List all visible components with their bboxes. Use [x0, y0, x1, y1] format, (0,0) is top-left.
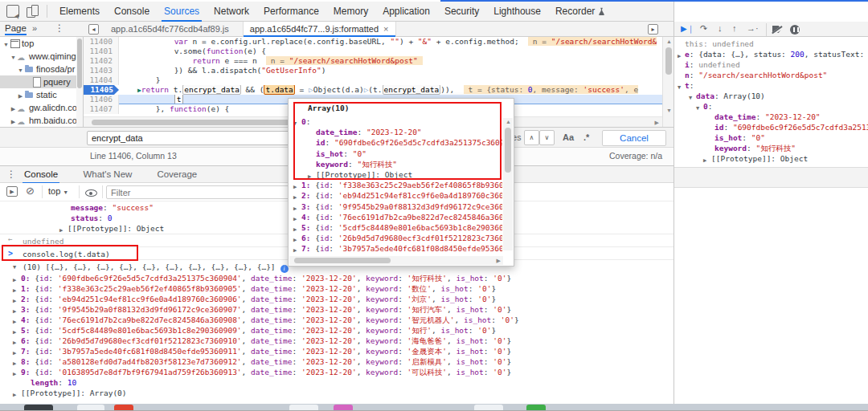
expand-arrow-icon[interactable]: ▶ — [13, 286, 16, 294]
console-array-item-0[interactable]: ▶0: {id: '690fdbe6c9f26e5d5c7cdfd3a25137… — [0, 273, 674, 283]
expand-arrow-icon[interactable]: ▶ — [13, 296, 16, 304]
close-tab-icon[interactable]: × — [383, 24, 388, 34]
expand-arrow-icon[interactable]: ▶ — [13, 338, 16, 346]
pause-on-exceptions-icon[interactable] — [790, 25, 800, 35]
popup-item-2[interactable]: ▶2: {id: 'eb94d251c94ef81cc9f6e0a4d18976… — [289, 190, 502, 201]
drawer-tab-console[interactable]: Console — [24, 166, 58, 184]
step-into-icon[interactable]: ↓ — [718, 23, 723, 33]
expand-arrow-icon[interactable]: ▶ — [13, 390, 16, 398]
taskbar-app-icon-0[interactable] — [24, 405, 53, 411]
popup-item-5[interactable]: ▶5: {id: '5cdf5c84489e801e6bac5693b1c8e2… — [289, 222, 502, 233]
top-tab-memory[interactable]: Memory — [326, 2, 375, 22]
tree-item-top[interactable]: ▼top — [0, 37, 83, 50]
line-number[interactable]: 11403 — [84, 66, 119, 75]
navigator-more-tabs[interactable]: » — [32, 23, 37, 33]
expand-arrow-icon[interactable]: ▶ — [293, 193, 297, 201]
popup-horizontal-scrollbar[interactable]: ▶ — [289, 256, 503, 265]
inspect-element-icon[interactable] — [6, 5, 19, 18]
editor-tab-app-a1c65d4fc77-9-js-for[interactable]: app.a1c65d4fc77...9.js:formatted× — [243, 22, 396, 37]
execution-context-selector[interactable]: top▼ — [48, 186, 68, 196]
line-number[interactable]: 11400 — [84, 37, 119, 47]
taskbar-app-icon-1[interactable] — [77, 405, 104, 411]
expand-arrow-icon[interactable]: ▶ — [13, 348, 16, 356]
expand-arrow-icon[interactable]: ▼ — [293, 119, 297, 127]
popup-item-4[interactable]: ▶4: {id: '76ec6191d7b2ca9be822d7ec824584… — [289, 212, 502, 222]
tree-item-www-qimingp[interactable]: ▼☁www.qimingp — [0, 50, 83, 63]
tree-item-static[interactable]: ▶static — [0, 88, 83, 101]
tree-item-pquery[interactable]: pquery — [0, 75, 83, 88]
console-array-item-4[interactable]: ▶4: {id: '76ec6191d7b2ca9be822d7ec824584… — [0, 315, 674, 325]
expand-arrow-icon[interactable]: ▶ — [293, 182, 297, 190]
expand-arrow-icon[interactable]: ▶ — [703, 156, 706, 164]
expand-arrow-icon[interactable]: ▶ — [293, 225, 297, 233]
navigator-toggle-icon[interactable]: ◂ — [88, 24, 99, 35]
popup-item-7[interactable]: ▶7: {id: '3b7957a5ede40fc681f08d8450efde… — [289, 243, 502, 254]
console-array-item-8[interactable]: ▶8: {id: 'a580128efd0d7ad4fb8203f58123e7… — [0, 356, 674, 367]
console-array-item-6[interactable]: ▶6: {id: '26b9d5d7d9680ecf3cdf01f5212823… — [0, 336, 674, 346]
taskbar-app-icon-2[interactable] — [114, 405, 133, 411]
taskbar-app-icon-5[interactable] — [474, 405, 503, 411]
expand-arrow-icon[interactable]: ▶ — [13, 359, 16, 367]
top-tab-network[interactable]: Network — [207, 2, 256, 22]
live-expression-eye-icon[interactable] — [85, 189, 97, 197]
panel-collapse-icon[interactable]: ▸ — [648, 24, 658, 35]
resume-script-icon[interactable]: ▶｜ — [681, 23, 695, 35]
taskbar-app-icon-4[interactable] — [334, 405, 353, 411]
drawer-tab-what-s-new[interactable]: What's New — [83, 166, 132, 184]
console-array-item-1[interactable]: ▶1: {id: 'f338e363c25c29aeb56f2ef40865f8… — [0, 283, 674, 294]
popup-item-1[interactable]: ▶1: {id: 'f338e363c25c29aeb56f2ef40865f8… — [289, 180, 502, 190]
top-tab-recorder[interactable]: Recorder — [548, 2, 612, 22]
scope-row-1[interactable]: ▶e: {data: {…}, status: 200, statusText:… — [674, 49, 868, 59]
scope-row-4[interactable]: ▼t: — [674, 80, 868, 91]
line-number[interactable]: 11404 — [84, 75, 119, 85]
step-over-icon[interactable]: ↷ — [700, 23, 707, 34]
top-tab-lighthouse[interactable]: Lighthouse — [486, 2, 548, 22]
console-array-item-5[interactable]: ▶5: {id: '5cdf5c84489e801e6bac5693b1c8e2… — [0, 325, 674, 336]
search-previous-button[interactable]: ∧ — [524, 130, 539, 145]
line-number[interactable]: 11407 — [84, 104, 119, 114]
deactivate-breakpoints-icon[interactable] — [772, 26, 783, 34]
expand-arrow-icon[interactable]: ▼ — [678, 83, 681, 91]
taskbar-app-icon-3[interactable] — [289, 405, 318, 411]
execution-line-badge[interactable]: 11405 — [84, 85, 119, 95]
code-line-11403[interactable]: 11403 }) && l.a.dispatch("GetUserInfo") — [84, 66, 662, 75]
popup-prototype-row[interactable]: ▶[[Prototype]]: Object — [289, 169, 502, 180]
taskbar-app-icon-6[interactable] — [526, 405, 546, 411]
console-array-item-2[interactable]: ▶2: {id: 'eb94d251c94ef81cc9f6e0a4d18976… — [0, 294, 674, 304]
expand-arrow-icon[interactable]: ▶ — [13, 328, 16, 336]
top-tab-security[interactable]: Security — [437, 2, 486, 22]
console-array-item-7[interactable]: ▶7: {id: '3b7957a5ede40fc681f08d8450efde… — [0, 346, 674, 356]
expand-arrow-icon[interactable]: ▶ — [13, 275, 16, 283]
popup-item-0[interactable]: ▼0: — [289, 116, 502, 127]
expand-arrow-icon[interactable]: ▶ — [13, 317, 16, 325]
expand-arrow-icon[interactable]: ▼ — [13, 262, 16, 273]
code-line-11401[interactable]: 11401 v.some(function(e) { — [84, 47, 662, 56]
popup-item-3[interactable]: ▶3: {id: '9f9545b29a0f88132d3d9fd96172c9… — [289, 201, 502, 212]
top-tab-elements[interactable]: Elements — [52, 2, 107, 22]
console-array-item-9[interactable]: ▶9: {id: '0163895d7e8df7bf9f67941ad759f2… — [0, 367, 674, 377]
expand-arrow-icon[interactable]: ▶ — [678, 51, 681, 59]
navigator-menu-icon[interactable]: ⋮ — [55, 22, 64, 34]
expand-arrow-icon[interactable]: ▼ — [696, 104, 699, 112]
expand-arrow-icon[interactable]: ▶ — [293, 204, 297, 212]
line-number[interactable]: 11406 — [84, 95, 119, 104]
expand-arrow-icon[interactable]: ▶ — [13, 369, 16, 377]
drawer-menu-icon[interactable]: ⋮ — [6, 169, 16, 180]
tree-item-finosda-pr[interactable]: ▼finosda/pr — [0, 63, 83, 75]
search-cancel-button[interactable]: Cancel — [602, 130, 666, 146]
top-tab-console[interactable]: Console — [107, 2, 157, 22]
step-icon[interactable]: →· — [747, 23, 759, 33]
expand-arrow-icon[interactable]: ▶ — [293, 235, 297, 243]
console-array-item-3[interactable]: ▶3: {id: '9f9545b29a0f88132d3d9fd96172c9… — [0, 304, 674, 315]
expand-arrow-icon[interactable]: ▶ — [308, 172, 311, 180]
search-next-button[interactable]: ∨ — [539, 130, 555, 145]
expand-arrow-icon[interactable]: ▶ — [293, 214, 297, 222]
top-tab-performance[interactable]: Performance — [256, 2, 326, 22]
popup-item-6[interactable]: ▶6: {id: '26b9d5d7d9680ecf3cdf01f5212823… — [289, 233, 502, 243]
step-out-icon[interactable]: ↑ — [732, 23, 737, 33]
navigator-page-tab[interactable]: Page — [5, 23, 27, 33]
scope-row-6[interactable]: ▼0: — [674, 101, 868, 112]
clear-console-icon[interactable]: ⊘ — [26, 185, 35, 197]
editor-vertical-scrollbar[interactable]: ▲▼ — [662, 37, 674, 127]
code-line-11404[interactable]: 11404 } — [84, 75, 662, 85]
